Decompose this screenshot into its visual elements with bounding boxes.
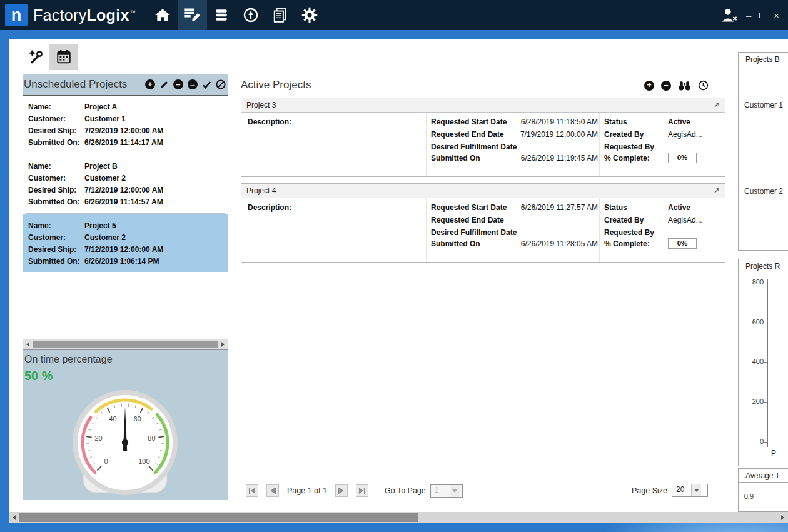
x-axis-label: P xyxy=(771,449,776,458)
scrollbar-thumb[interactable] xyxy=(19,513,418,522)
main-horizontal-scrollbar[interactable] xyxy=(9,512,788,523)
status-value: Active xyxy=(668,203,690,212)
projects-by-customer-card: Projects B Customer 1 Customer 2 xyxy=(738,52,788,251)
ontime-gauge: 020406080100 xyxy=(63,385,188,498)
project-desired-ship: 7/12/2019 12:00:00 AM xyxy=(84,244,163,256)
list-divider xyxy=(26,213,225,214)
created-by-value: AegisAd... xyxy=(668,130,702,139)
tab-tools-icon[interactable] xyxy=(21,44,49,70)
expand-icon[interactable] xyxy=(714,188,720,194)
scroll-left-arrow-icon[interactable] xyxy=(23,339,33,349)
scroll-right-arrow-icon[interactable] xyxy=(218,339,228,349)
project-card-body: Description: Requested Start Date 6/28/2… xyxy=(241,113,725,176)
projects-chart-card: Projects R 800 600 400 200 0 P xyxy=(738,259,788,466)
svg-text:80: 80 xyxy=(148,434,155,442)
logout-user-icon[interactable] xyxy=(719,7,738,23)
legend-item: Customer 1 xyxy=(744,101,783,109)
expand-icon[interactable] xyxy=(714,102,720,108)
active-project-card: Project 3 Description: Requested Start D… xyxy=(241,98,725,177)
nav-materials-icon[interactable] xyxy=(207,0,236,30)
app-name: FactoryLogix™ xyxy=(33,6,136,24)
page-size-label: Page Size xyxy=(632,486,667,495)
previous-page-button[interactable] xyxy=(266,484,279,497)
project-entry-selected[interactable]: Name:Project 5 Customer:Customer 2 Desir… xyxy=(23,214,228,272)
nav-settings-gear-icon[interactable] xyxy=(295,0,325,30)
nav-home-icon[interactable] xyxy=(148,0,178,30)
legend-item: Customer 2 xyxy=(744,187,783,196)
project-submitted-on: 6/26/2019 11:14:57 AM xyxy=(84,196,163,208)
requested-start-value: 6/28/2019 11:18:50 AM xyxy=(509,118,598,126)
tab-schedule-calendar-icon[interactable] xyxy=(49,44,78,70)
unscheduled-projects-panel: Unscheduled Projects + – → Name:Project … xyxy=(23,74,228,500)
add-project-icon[interactable]: + xyxy=(145,79,155,89)
y-axis-tick: 600 xyxy=(740,318,764,326)
approve-check-icon[interactable] xyxy=(202,81,211,89)
dropdown-arrow-icon[interactable] xyxy=(450,485,460,497)
list-horizontal-scrollbar[interactable] xyxy=(23,339,228,350)
maximize-button[interactable] xyxy=(759,13,765,18)
first-page-button[interactable] xyxy=(246,484,258,497)
nav-documents-icon[interactable] xyxy=(266,0,295,30)
project-customer: Customer 2 xyxy=(84,232,126,244)
ontime-percentage-title: On time percentage xyxy=(24,354,113,365)
view-tabs xyxy=(21,44,78,70)
close-button[interactable]: × xyxy=(774,11,779,20)
active-projects-title: Active Projects xyxy=(241,79,311,91)
project-submitted-on: 6/26/2019 11:14:17 AM xyxy=(84,137,163,149)
app-window: { "titlebar": { "logo_letter": "n", "app… xyxy=(0,0,788,532)
move-project-icon[interactable]: → xyxy=(188,79,198,89)
nav-planning-icon[interactable] xyxy=(178,0,207,30)
percent-complete-field[interactable]: 0% xyxy=(668,153,697,163)
history-clock-icon[interactable] xyxy=(698,80,709,91)
submitted-on-value: 6/26/2019 11:19:45 AM xyxy=(509,154,598,163)
remove-project-icon[interactable]: – xyxy=(173,79,183,89)
unscheduled-projects-list: Name:Project A Customer:Customer 1 Desir… xyxy=(23,95,228,339)
nav-dispatch-icon[interactable] xyxy=(236,0,266,30)
main-content: Unscheduled Projects + – → Name:Project … xyxy=(9,39,788,523)
project-name: Project A xyxy=(84,101,117,113)
average-time-card: Average T 0.9 xyxy=(738,468,788,512)
main-nav xyxy=(148,0,325,30)
project-name: Project 5 xyxy=(84,220,116,232)
last-page-button[interactable] xyxy=(356,484,368,497)
active-projects-toolbar: + – xyxy=(644,80,709,91)
y-axis-tick: 400 xyxy=(740,358,764,365)
search-binoculars-icon[interactable] xyxy=(678,80,691,91)
project-submitted-on: 6/26/2019 1:06:14 PM xyxy=(84,256,159,268)
dropdown-arrow-icon[interactable] xyxy=(691,484,701,496)
submitted-on-value: 6/26/2019 11:28:05 AM xyxy=(509,239,598,248)
goto-page-dropdown[interactable]: 1 xyxy=(430,484,463,498)
svg-text:60: 60 xyxy=(133,415,141,423)
status-value: Active xyxy=(668,118,690,126)
unscheduled-projects-title: Unscheduled Projects xyxy=(24,78,127,91)
list-divider xyxy=(26,154,225,154)
scroll-right-arrow-icon[interactable] xyxy=(777,512,788,523)
next-page-button[interactable] xyxy=(335,484,348,497)
window-controls: – × xyxy=(719,7,788,23)
logo-letter: n xyxy=(11,6,22,25)
page-size-dropdown[interactable]: 20 xyxy=(672,484,708,497)
project-entry[interactable]: Name:Project A Customer:Customer 1 Desir… xyxy=(23,96,228,153)
scrollbar-thumb[interactable] xyxy=(33,341,218,348)
cancel-slash-icon[interactable] xyxy=(216,79,226,89)
project-name: Project B xyxy=(84,161,118,173)
goto-page-label: Go To Page xyxy=(385,486,426,495)
project-card-body: Description: Requested Start Date 6/26/2… xyxy=(241,198,725,262)
add-active-project-icon[interactable]: + xyxy=(644,81,654,91)
requested-end-value: 7/19/2019 12:00:00 AM xyxy=(509,130,598,139)
svg-text:100: 100 xyxy=(138,458,149,465)
project-card-header: Project 3 xyxy=(241,98,725,113)
ontime-percentage-value: 50 % xyxy=(24,369,53,383)
y-axis-tick: 0 xyxy=(740,438,764,445)
project-entry[interactable]: Name:Project B Customer:Customer 2 Desir… xyxy=(23,155,228,213)
edit-pencil-icon[interactable] xyxy=(159,80,169,89)
created-by-value: AegisAd... xyxy=(668,216,702,224)
project-customer: Customer 1 xyxy=(84,113,126,125)
y-axis-tick: 200 xyxy=(740,398,764,405)
minimize-button[interactable]: – xyxy=(746,11,751,20)
percent-complete-field[interactable]: 0% xyxy=(668,238,697,249)
scroll-left-arrow-icon[interactable] xyxy=(9,512,19,523)
project-desired-ship: 7/12/2019 12:00:00 AM xyxy=(84,184,163,196)
remove-active-project-icon[interactable]: – xyxy=(661,81,671,91)
svg-text:40: 40 xyxy=(109,415,116,423)
